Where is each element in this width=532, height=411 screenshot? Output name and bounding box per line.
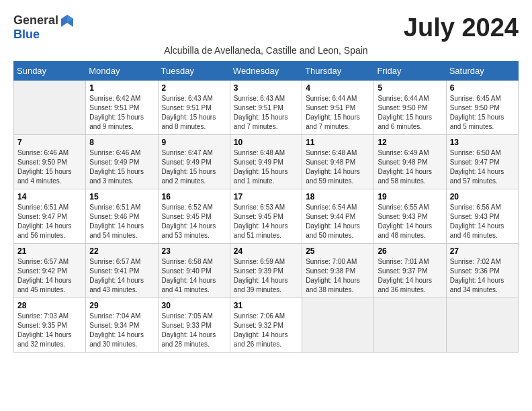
calendar-cell: 21Sunrise: 6:57 AM Sunset: 9:42 PM Dayli…: [14, 244, 86, 298]
day-number: 1: [89, 83, 154, 93]
day-info: Sunrise: 6:58 AM Sunset: 9:40 PM Dayligh…: [162, 257, 226, 295]
calendar-cell: [14, 81, 86, 135]
calendar-cell: [374, 298, 446, 353]
day-number: 12: [378, 138, 442, 147]
calendar-table: SundayMondayTuesdayWednesdayThursdayFrid…: [13, 61, 519, 353]
day-number: 25: [306, 246, 370, 256]
calendar-cell: 10Sunrise: 6:48 AM Sunset: 9:49 PM Dayli…: [230, 135, 302, 189]
day-info: Sunrise: 6:45 AM Sunset: 9:50 PM Dayligh…: [450, 94, 515, 132]
day-info: Sunrise: 6:46 AM Sunset: 9:50 PM Dayligh…: [17, 148, 82, 186]
day-number: 24: [234, 246, 298, 256]
day-number: 29: [89, 301, 154, 310]
day-number: 13: [450, 138, 515, 147]
day-info: Sunrise: 6:43 AM Sunset: 9:51 PM Dayligh…: [234, 94, 298, 132]
page-header: General Blue July 2024: [13, 13, 519, 42]
day-number: 16: [162, 192, 226, 201]
calendar-cell: 6Sunrise: 6:45 AM Sunset: 9:50 PM Daylig…: [446, 81, 518, 135]
day-number: 10: [234, 138, 298, 147]
day-info: Sunrise: 6:46 AM Sunset: 9:49 PM Dayligh…: [89, 148, 154, 186]
day-info: Sunrise: 6:47 AM Sunset: 9:49 PM Dayligh…: [162, 148, 226, 186]
calendar-cell: 25Sunrise: 7:00 AM Sunset: 9:38 PM Dayli…: [302, 244, 374, 298]
day-info: Sunrise: 7:01 AM Sunset: 9:37 PM Dayligh…: [378, 257, 442, 295]
day-info: Sunrise: 6:44 AM Sunset: 9:50 PM Dayligh…: [378, 94, 442, 132]
day-info: Sunrise: 6:52 AM Sunset: 9:45 PM Dayligh…: [162, 203, 226, 240]
calendar-cell: 28Sunrise: 7:03 AM Sunset: 9:35 PM Dayli…: [14, 298, 86, 353]
day-info: Sunrise: 6:59 AM Sunset: 9:39 PM Dayligh…: [234, 257, 298, 295]
day-info: Sunrise: 6:56 AM Sunset: 9:43 PM Dayligh…: [450, 203, 515, 240]
calendar-cell: 31Sunrise: 7:06 AM Sunset: 9:32 PM Dayli…: [230, 298, 302, 353]
calendar-week-4: 21Sunrise: 6:57 AM Sunset: 9:42 PM Dayli…: [14, 244, 519, 298]
logo-general: General: [13, 14, 58, 28]
logo-blue: Blue: [13, 28, 40, 41]
calendar-cell: 1Sunrise: 6:42 AM Sunset: 9:51 PM Daylig…: [86, 81, 158, 135]
calendar-cell: 14Sunrise: 6:51 AM Sunset: 9:47 PM Dayli…: [14, 189, 86, 244]
day-info: Sunrise: 6:57 AM Sunset: 9:42 PM Dayligh…: [17, 257, 82, 295]
day-number: 22: [89, 246, 154, 256]
day-info: Sunrise: 7:03 AM Sunset: 9:35 PM Dayligh…: [17, 312, 82, 349]
day-number: 9: [162, 138, 226, 147]
calendar-week-2: 7Sunrise: 6:46 AM Sunset: 9:50 PM Daylig…: [14, 135, 519, 189]
day-number: 6: [450, 83, 515, 93]
day-info: Sunrise: 7:04 AM Sunset: 9:34 PM Dayligh…: [89, 312, 154, 349]
day-info: Sunrise: 6:43 AM Sunset: 9:51 PM Dayligh…: [162, 94, 226, 132]
calendar-cell: [446, 298, 518, 353]
day-number: 3: [234, 83, 298, 93]
day-info: Sunrise: 6:55 AM Sunset: 9:43 PM Dayligh…: [378, 203, 442, 240]
day-info: Sunrise: 7:02 AM Sunset: 9:36 PM Dayligh…: [450, 257, 515, 295]
calendar-cell: 24Sunrise: 6:59 AM Sunset: 9:39 PM Dayli…: [230, 244, 302, 298]
calendar-cell: [302, 298, 374, 353]
calendar-cell: 26Sunrise: 7:01 AM Sunset: 9:37 PM Dayli…: [374, 244, 446, 298]
calendar-cell: 12Sunrise: 6:49 AM Sunset: 9:48 PM Dayli…: [374, 135, 446, 189]
subtitle: Alcubilla de Avellaneda, Castille and Le…: [13, 45, 519, 56]
day-number: 30: [162, 301, 226, 310]
day-header-saturday: Saturday: [446, 62, 518, 81]
day-number: 2: [162, 83, 226, 93]
day-number: 18: [306, 192, 370, 201]
calendar-cell: 20Sunrise: 6:56 AM Sunset: 9:43 PM Dayli…: [446, 189, 518, 244]
day-number: 28: [17, 301, 82, 310]
day-info: Sunrise: 6:44 AM Sunset: 9:51 PM Dayligh…: [306, 94, 370, 132]
day-info: Sunrise: 6:48 AM Sunset: 9:48 PM Dayligh…: [306, 148, 370, 186]
month-title: July 2024: [404, 13, 519, 42]
calendar-week-5: 28Sunrise: 7:03 AM Sunset: 9:35 PM Dayli…: [14, 298, 519, 353]
day-number: 21: [17, 246, 82, 256]
calendar-cell: 15Sunrise: 6:51 AM Sunset: 9:46 PM Dayli…: [86, 189, 158, 244]
day-header-monday: Monday: [86, 62, 158, 81]
day-info: Sunrise: 6:51 AM Sunset: 9:46 PM Dayligh…: [89, 203, 154, 240]
day-info: Sunrise: 7:06 AM Sunset: 9:32 PM Dayligh…: [234, 312, 298, 349]
day-header-friday: Friday: [374, 62, 446, 81]
day-number: 27: [450, 246, 515, 256]
day-number: 23: [162, 246, 226, 256]
calendar-cell: 30Sunrise: 7:05 AM Sunset: 9:33 PM Dayli…: [158, 298, 230, 353]
day-info: Sunrise: 7:05 AM Sunset: 9:33 PM Dayligh…: [162, 312, 226, 349]
header-row: SundayMondayTuesdayWednesdayThursdayFrid…: [14, 62, 519, 81]
day-number: 26: [378, 246, 442, 256]
calendar-cell: 11Sunrise: 6:48 AM Sunset: 9:48 PM Dayli…: [302, 135, 374, 189]
calendar-cell: 17Sunrise: 6:53 AM Sunset: 9:45 PM Dayli…: [230, 189, 302, 244]
day-info: Sunrise: 6:49 AM Sunset: 9:48 PM Dayligh…: [378, 148, 442, 186]
day-info: Sunrise: 6:48 AM Sunset: 9:49 PM Dayligh…: [234, 148, 298, 186]
calendar-cell: 16Sunrise: 6:52 AM Sunset: 9:45 PM Dayli…: [158, 189, 230, 244]
day-number: 31: [234, 301, 298, 310]
calendar-week-3: 14Sunrise: 6:51 AM Sunset: 9:47 PM Dayli…: [14, 189, 519, 244]
day-info: Sunrise: 7:00 AM Sunset: 9:38 PM Dayligh…: [306, 257, 370, 295]
day-header-thursday: Thursday: [302, 62, 374, 81]
day-number: 19: [378, 192, 442, 201]
calendar-cell: 18Sunrise: 6:54 AM Sunset: 9:44 PM Dayli…: [302, 189, 374, 244]
day-number: 5: [378, 83, 442, 93]
day-number: 20: [450, 192, 515, 201]
calendar-cell: 4Sunrise: 6:44 AM Sunset: 9:51 PM Daylig…: [302, 81, 374, 135]
calendar-cell: 8Sunrise: 6:46 AM Sunset: 9:49 PM Daylig…: [86, 135, 158, 189]
calendar-cell: 2Sunrise: 6:43 AM Sunset: 9:51 PM Daylig…: [158, 81, 230, 135]
logo-icon: [60, 13, 75, 28]
calendar-cell: 9Sunrise: 6:47 AM Sunset: 9:49 PM Daylig…: [158, 135, 230, 189]
day-number: 14: [17, 192, 82, 201]
day-header-wednesday: Wednesday: [230, 62, 302, 81]
day-info: Sunrise: 6:42 AM Sunset: 9:51 PM Dayligh…: [89, 94, 154, 132]
day-header-tuesday: Tuesday: [158, 62, 230, 81]
day-number: 17: [234, 192, 298, 201]
calendar-cell: 7Sunrise: 6:46 AM Sunset: 9:50 PM Daylig…: [14, 135, 86, 189]
day-info: Sunrise: 6:57 AM Sunset: 9:41 PM Dayligh…: [89, 257, 154, 295]
day-info: Sunrise: 6:54 AM Sunset: 9:44 PM Dayligh…: [306, 203, 370, 240]
logo: General Blue: [13, 13, 75, 42]
